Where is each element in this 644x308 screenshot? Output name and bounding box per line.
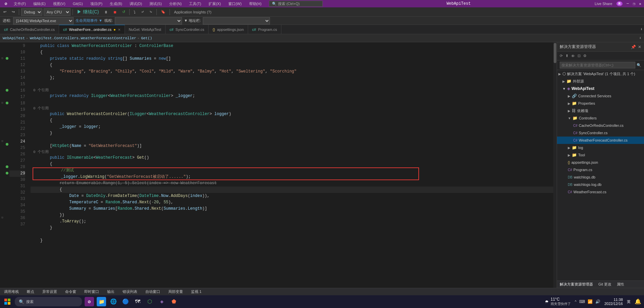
bottom-tab-command[interactable]: 命令窗 [64,289,78,295]
tab-cacheorredis[interactable]: c# CacheOrRedisController.cs [0,25,59,34]
step-over-btn[interactable]: ⤵ [132,9,138,15]
scrollbar-thumb[interactable] [554,43,556,63]
solution-root[interactable]: ▶ ⬡ 解决方案 'WebApiTest' (1 个项目, 共 1 个) [557,70,644,78]
tree-tool[interactable]: ▶ 📁 Tool [557,151,644,159]
bookmark-btn[interactable]: 🔖 [159,9,168,15]
lifecycle-btn[interactable]: 生命周期事件 ▼ [76,18,102,23]
tree-log[interactable]: ▶ 📁 log [557,144,644,151]
tree-synccontroller[interactable]: C# SyncController.cs [557,129,644,137]
tree-weatherforecast-model[interactable]: C# WeatherForecast.cs [557,188,644,196]
solution-search-input[interactable] [560,62,635,68]
cg-3[interactable]: ⊟ [0,55,5,61]
start-button[interactable] [3,297,12,306]
tray-arrow[interactable]: ^ [575,300,577,304]
panel-close-btn[interactable]: ✕ [638,45,641,49]
tab-weatherforecast[interactable]: c# WeatherFore...ontroller.cs ● ✕ [59,25,125,34]
tree-properties[interactable]: ▶ 📁 Properties [557,100,644,107]
tree-cacheorredis[interactable]: C# CacheOrRedisController.cs [557,122,644,129]
bottom-tab-errors[interactable]: 错误列表 [121,289,139,295]
tree-connected-services[interactable]: ▶ 🔗 Connected Services [557,92,644,100]
nav-namespace[interactable]: WebApiTest.Controllers.WeatherForecastCo… [30,36,136,40]
panel-tab-solution[interactable]: 解决方案资源管理器 [560,282,593,287]
bottom-tab-immediate[interactable]: 即时窗口 [83,289,100,295]
app-insights-btn[interactable]: Application Insights (?) [172,9,213,15]
tray-keyboard[interactable]: ⌨ [579,299,585,304]
taskbar-orange-icon[interactable]: ⬟ [169,297,179,306]
tab-weatherforecast-close[interactable]: ✕ [118,28,121,32]
panel-show-all-btn[interactable]: 👁 [570,53,576,59]
taskbar-chrome-icon[interactable]: 🔵 [121,297,130,306]
pause-btn[interactable]: ⏸ [102,9,110,15]
menu-file[interactable]: 文件(F) [11,1,29,7]
cg-28[interactable]: ⊟ [0,214,5,221]
menu-view[interactable]: 视图(V) [50,1,68,7]
bottom-tab-output[interactable]: 输出 [106,289,116,295]
debug-config-select[interactable]: Debug [21,8,42,16]
menu-edit[interactable]: 编辑(E) [31,1,48,7]
panel-sync-btn[interactable]: ⟳ [559,53,563,59]
menu-test[interactable]: 测试(S) [147,1,165,7]
tree-deps[interactable]: ▶ ⛓ 依赖项 [557,107,644,114]
code-content[interactable]: public class WeatherForecastController :… [28,42,553,288]
search-box-menu[interactable]: 🔍 搜索 (Ctrl+Q) [269,1,323,7]
tree-appsettings[interactable]: {} appsettings.json [557,159,644,166]
restore-btn[interactable]: ❒ [633,2,635,6]
menu-extensions[interactable]: 扩展(X) [206,1,224,7]
step-into-btn[interactable]: ⤶ [139,9,146,15]
collapse-editor-btn[interactable]: ⬇ [640,27,643,32]
weather-widget[interactable]: 🌨 11°C 雨夹雪快停了 [545,297,571,306]
tab-synccontroller[interactable]: c# SyncController.cs [166,25,209,34]
editor-scrollbar-v[interactable] [553,42,557,288]
menu-help[interactable]: 帮助(H) [246,1,264,7]
language-indicator[interactable]: 英 [627,299,631,304]
menu-analyze[interactable]: 分析(N) [167,1,184,7]
close-btn[interactable]: ✕ [639,2,641,6]
menu-tools[interactable]: 工具(T) [186,1,204,7]
tab-appsettings[interactable]: {} appsettings.json [209,25,248,34]
cg-10[interactable]: ⊟ [0,100,5,106]
run-btn[interactable]: ▶ 继续(C) [75,8,101,16]
minimize-btn[interactable]: ─ [627,2,629,6]
cg-16[interactable]: ⊟ [0,138,5,144]
nav-member[interactable]: Get() [141,36,152,40]
tree-webapi-project[interactable]: ▼ ◈ WebApiTest [557,85,644,92]
bottom-tab-watch1[interactable]: 监视 1 [190,289,203,295]
tree-controllers-folder[interactable]: ▼ 📁 Controllers [557,114,644,122]
nav-project[interactable]: WebApiTest [3,36,25,40]
nav-collapse-btn[interactable]: ⬇ [639,36,641,40]
tree-watchlogs-db[interactable]: DB watchlogs.db [557,173,644,181]
bottom-tab-breakpoints[interactable]: 断点 [26,289,36,295]
platform-select[interactable]: Any CPU [44,8,71,16]
search-go-icon[interactable]: 🔍 [637,63,641,67]
bottom-tab-locals[interactable]: 局部变量 [167,289,184,295]
panel-pin-btn[interactable]: 📌 [631,45,636,49]
menu-git[interactable]: Git(G) [70,1,86,6]
step-out-btn[interactable]: ⤷ [147,9,154,15]
panel-settings-btn[interactable]: ⚙ [583,53,587,59]
bottom-tab-exceptions[interactable]: 异常设置 [41,289,58,295]
tree-watchlogs-log-db[interactable]: DB watchlogs-log.db [557,181,644,188]
panel-collapse-all-btn[interactable]: ⬆ [565,53,569,59]
panel-tab-properties[interactable]: 属性 [617,282,624,287]
taskbar-edge-icon[interactable]: 🌐 [109,297,118,306]
tray-volume[interactable]: 🔊 [595,299,600,304]
tree-external-sources[interactable]: ▶ 📁 外部源 [557,78,644,85]
panel-filter-btn[interactable]: ⊡ [577,53,581,59]
menu-window[interactable]: 窗口(W) [226,1,244,7]
taskbar-search[interactable]: 🔍 搜索 [15,297,82,306]
taskbar-maps-icon[interactable]: 🗺 [133,297,142,306]
tree-weatherforecast-controller[interactable]: C# WeatherForecastController.cs [557,137,644,144]
thread-select[interactable] [115,17,182,24]
address-select[interactable] [203,17,270,24]
tree-program[interactable]: C# Program.cs [557,166,644,173]
taskbar-green-icon[interactable]: ⬡ [145,297,154,306]
tray-network[interactable]: 📶 [588,299,593,304]
toolbar-undo[interactable]: ↩ [1,9,8,15]
toolbar-redo[interactable]: ↪ [10,9,17,15]
tab-nuget[interactable]: NuGet: WebApiTest [125,25,166,34]
restart-btn[interactable]: ↺ [120,9,127,15]
bottom-tab-callstack[interactable]: 调用堆栈 [3,289,20,295]
tab-program[interactable]: c# Program.cs [248,25,281,34]
taskbar-vs-icon[interactable]: ⊘ [85,297,94,306]
menu-build[interactable]: 生成(B) [107,1,125,7]
